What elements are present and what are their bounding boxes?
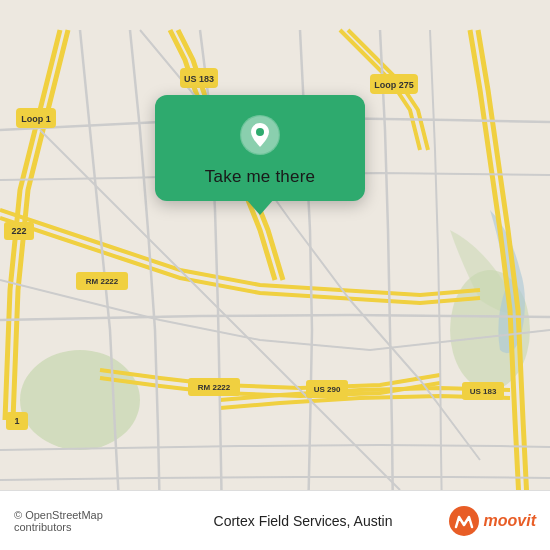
location-name: Cortex Field Services, Austin <box>159 513 448 529</box>
svg-text:US 183: US 183 <box>470 387 497 396</box>
svg-text:RM 2222: RM 2222 <box>86 277 119 286</box>
map-roads: Loop 1 US 183 Loop 275 222 RM 2222 RM 22… <box>0 0 550 550</box>
location-pin-icon <box>238 113 282 157</box>
moovit-brand-text: moovit <box>484 512 536 530</box>
moovit-logo: moovit <box>448 505 536 537</box>
svg-text:US 183: US 183 <box>184 74 214 84</box>
copyright-text: © OpenStreetMap contributors <box>14 509 159 533</box>
svg-text:Loop 1: Loop 1 <box>21 114 51 124</box>
svg-text:1: 1 <box>14 416 19 426</box>
svg-text:US 290: US 290 <box>314 385 341 394</box>
moovit-icon <box>448 505 480 537</box>
svg-point-24 <box>256 128 264 136</box>
svg-text:RM 2222: RM 2222 <box>198 383 231 392</box>
popup-label[interactable]: Take me there <box>205 167 315 187</box>
svg-text:Loop 275: Loop 275 <box>374 80 414 90</box>
bottom-bar: © OpenStreetMap contributors Cortex Fiel… <box>0 490 550 550</box>
svg-point-25 <box>449 506 479 536</box>
svg-text:222: 222 <box>11 226 26 236</box>
popup-card[interactable]: Take me there <box>155 95 365 201</box>
svg-point-1 <box>20 350 140 450</box>
map-container: Loop 1 US 183 Loop 275 222 RM 2222 RM 22… <box>0 0 550 550</box>
